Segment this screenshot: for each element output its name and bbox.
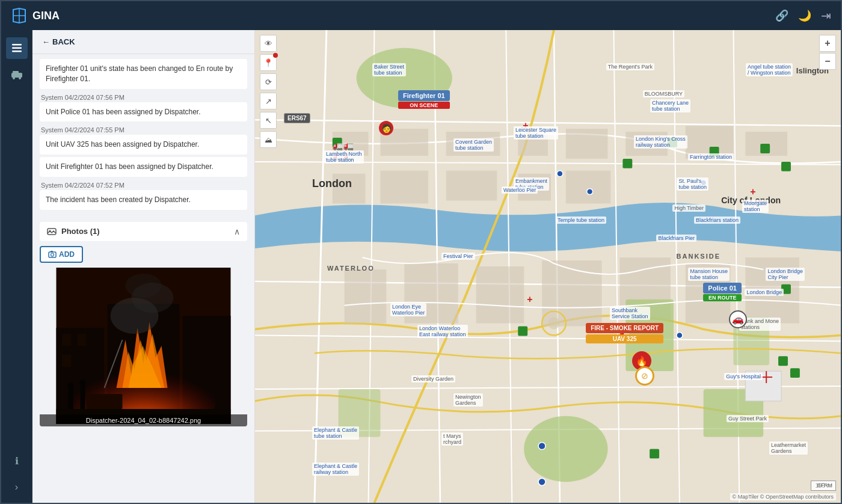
tube-label: Moorgatestation xyxy=(742,200,769,213)
photo-caption: Dispatcher-2024_04_02-b8847242.png xyxy=(40,414,247,426)
activity-panel: ← BACK Firefighter 01 unit's state has b… xyxy=(32,30,255,503)
log-text: Unit UAV 325 has been assigned by Dispat… xyxy=(46,140,199,149)
en-route-badge: EN ROUTE xyxy=(703,294,742,301)
photos-title: Photos (1) xyxy=(61,227,100,236)
add-photo-button[interactable]: ADD xyxy=(40,246,83,263)
navbar: GINA 🔗 🌙 ⇥ xyxy=(1,1,841,30)
photo-thumbnail[interactable]: Dispatcher-2024_04_02-b8847242.png xyxy=(40,268,247,426)
map-area[interactable]: + + + + 🚛 🚛 🚛 🚛 🚛 London Islington xyxy=(255,30,841,503)
log-entry: The incident has been created by Dispatc… xyxy=(40,190,247,210)
area-label: BLOOMSBURY xyxy=(643,90,684,97)
svg-rect-95 xyxy=(622,159,632,168)
sidebar-bottom: ℹ › xyxy=(6,450,28,503)
photo-icon xyxy=(47,227,57,236)
svg-rect-31 xyxy=(81,385,85,412)
svg-point-8 xyxy=(13,77,15,79)
sidebar-item-list[interactable] xyxy=(6,37,28,59)
svg-point-13 xyxy=(51,253,54,256)
svg-rect-66 xyxy=(476,266,524,324)
svg-point-9 xyxy=(19,77,21,79)
log-text: Unit Police 01 has been assigned by Disp… xyxy=(46,108,201,116)
svg-rect-88 xyxy=(781,162,791,171)
svg-rect-5 xyxy=(12,51,22,52)
svg-point-85 xyxy=(587,189,593,195)
main-content: ℹ › ← BACK Firefighter 01 unit's state h… xyxy=(1,30,841,503)
svg-rect-4 xyxy=(12,48,22,49)
location2-button[interactable]: ↖ xyxy=(260,112,277,129)
police-marker[interactable]: Police 01 EN ROUTE xyxy=(703,283,742,301)
log-text: Unit Firefighter 01 has been assigned by… xyxy=(46,162,214,171)
svg-rect-91 xyxy=(518,326,527,336)
tube-label: London King's Crossrailway station xyxy=(634,135,687,149)
svg-rect-3 xyxy=(12,44,22,46)
svg-point-87 xyxy=(677,332,683,338)
eye-button[interactable]: 👁 xyxy=(260,35,277,52)
firefighter-label: Firefighter 01 xyxy=(398,90,450,101)
log-entry: Unit Police 01 has been assigned by Disp… xyxy=(40,102,247,122)
svg-rect-63 xyxy=(566,171,611,204)
svg-point-82 xyxy=(538,443,545,450)
app-logo: GINA xyxy=(11,7,60,24)
tube-label: Mansion Housetube station xyxy=(688,268,730,281)
map-container: + + + + 🚛 🚛 🚛 🚛 🚛 London Islington xyxy=(255,30,841,503)
tube-label: London EyeWaterloo Pier xyxy=(390,303,426,316)
back-arrow: ← xyxy=(42,37,50,46)
tube-label: Chancery Lanetube station xyxy=(650,99,690,112)
svg-point-28 xyxy=(126,274,162,298)
log-entry: Unit UAV 325 has been assigned by Dispat… xyxy=(40,135,247,155)
sidebar-item-vehicles[interactable] xyxy=(6,64,28,85)
svg-rect-98 xyxy=(650,449,659,458)
area-label: The Regent's Park xyxy=(606,63,654,70)
tube-label: Waterloo Pier xyxy=(502,186,538,194)
svg-rect-89 xyxy=(760,144,770,153)
svg-rect-7 xyxy=(13,71,19,74)
tube-label: Blackfriars station xyxy=(694,217,740,224)
svg-text:🧑: 🧑 xyxy=(381,123,392,134)
log-entry: Unit Firefighter 01 has been assigned by… xyxy=(40,157,247,177)
svg-rect-55 xyxy=(566,129,608,159)
map-zoom-controls: + − xyxy=(819,35,836,70)
police-car-icon: 🚗 xyxy=(728,310,748,331)
tube-label: Baker Streettube station xyxy=(372,63,406,76)
incident-marker[interactable]: FIRE - SMOKE REPORT UAV 325 xyxy=(586,323,663,343)
tube-label: SouthbankService Station xyxy=(610,307,650,320)
tube-label: London BridgeCity Pier xyxy=(766,268,805,281)
photos-collapse-icon[interactable]: ∧ xyxy=(234,227,240,236)
svg-point-30 xyxy=(68,383,74,389)
theme-icon[interactable]: 🌙 xyxy=(798,9,811,22)
tube-label: Angel tube station/ Wingston station xyxy=(746,63,793,76)
svg-rect-61 xyxy=(446,171,497,201)
svg-point-32 xyxy=(80,380,86,386)
waterloo-label: WATERLOO xyxy=(327,265,375,272)
firefighter-marker[interactable]: Firefighter 01 ON SCENE xyxy=(398,90,450,109)
firefighter-icon: 🧑 xyxy=(378,120,394,138)
photos-header[interactable]: Photos (1) ∧ xyxy=(40,222,247,241)
sidebar-item-info[interactable]: ℹ xyxy=(6,450,28,472)
park-label: Guy Street Park xyxy=(727,415,769,422)
logout-icon[interactable]: ⇥ xyxy=(821,8,831,23)
log-entry: Firefighter 01 unit's state has been cha… xyxy=(40,59,247,89)
terrain-button[interactable]: ⛰ xyxy=(260,131,277,148)
back-button[interactable]: ← BACK xyxy=(42,37,75,46)
london-label: London xyxy=(312,177,352,190)
svg-rect-21 xyxy=(63,355,72,367)
ers67-marker[interactable]: ERS67 xyxy=(284,113,310,123)
location-button[interactable]: 📍 xyxy=(260,54,277,71)
layers-button[interactable]: ⟳ xyxy=(260,73,277,90)
sidebar-item-expand[interactable]: › xyxy=(6,476,28,498)
incident-label: FIRE - SMOKE REPORT xyxy=(586,323,663,333)
svg-text:🚛: 🚛 xyxy=(333,141,343,151)
icon-sidebar: ℹ › xyxy=(1,30,32,503)
compass-button[interactable]: ↗ xyxy=(260,93,277,109)
link-icon[interactable]: 🔗 xyxy=(775,9,788,22)
photos-section: Photos (1) ∧ ADD xyxy=(32,217,254,431)
tube-label: London Bridge xyxy=(745,289,784,296)
add-photo-label: ADD xyxy=(59,250,75,259)
system-label: System 04/2/2024 07:56 PM xyxy=(40,94,247,101)
police-label: Police 01 xyxy=(703,283,742,293)
tube-label: Covent Gardentube station xyxy=(453,138,494,152)
zoom-in-button[interactable]: + xyxy=(819,35,836,52)
camera-icon xyxy=(48,250,57,259)
tube-label: St. Paul'stube station xyxy=(677,177,708,191)
zoom-out-button[interactable]: − xyxy=(819,53,836,70)
